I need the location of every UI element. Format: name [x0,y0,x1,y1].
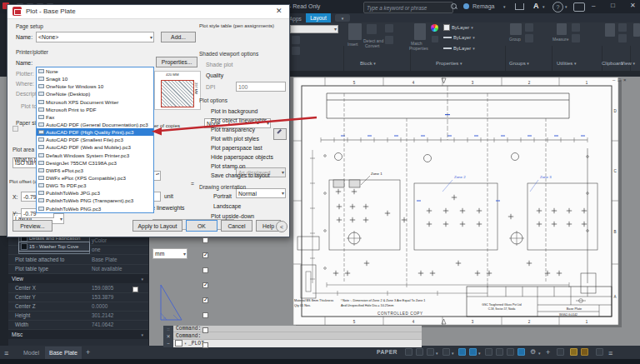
osnap-icon[interactable] [458,348,466,356]
palette-title-strip[interactable] [0,236,8,346]
annotation-visibility-icon[interactable] [518,348,525,356]
customize-wrench-icon[interactable]: ~ [167,341,170,347]
printer-option[interactable]: Snagit 10 [37,75,153,82]
transparency-icon[interactable] [496,348,503,356]
palette-row-plot-table-type[interactable]: Plot table type Not available [8,264,148,274]
tree-item-child[interactable]: 15 - Washer Top Cove [19,242,89,251]
drawing-sheet[interactable]: 5 4 3 2 1 5 4 3 2 1 D C B A [288,75,640,346]
measure-icon[interactable] [557,23,567,35]
color-bylayer-combo[interactable]: ByLayer▾ [443,24,473,31]
grip-icon[interactable]: :: [167,327,169,332]
user-avatar-icon[interactable] [463,3,469,9]
ortho-mode-icon[interactable] [416,348,423,356]
panel-groups-label[interactable]: Groups ▾ [509,61,529,66]
chat-icon[interactable] [573,2,585,12]
plot-object-lineweights-checkbox[interactable] [202,252,208,258]
autodesk-caret-icon[interactable]: ▾ [542,4,545,9]
panel-properties-label[interactable]: Properties ▾ [436,61,462,66]
cut-icon[interactable] [618,34,627,42]
ok-button[interactable]: OK [186,220,218,232]
paste-icon[interactable] [605,23,615,37]
collapse-icon[interactable]: ▾ [141,277,143,282]
isodraft-icon[interactable] [442,348,450,356]
printer-option[interactable]: OneNote (Desktop) [37,90,153,97]
collapse-icon[interactable]: ▾ [141,332,143,337]
color-wheel-icon[interactable] [431,24,438,32]
scale-units-combo[interactable]: mm [152,248,188,259]
lineweight-bylayer-combo[interactable]: ByLayer▾ [443,35,475,40]
plot-to-file-checkbox[interactable] [12,126,18,132]
dialog-close-icon[interactable]: ✕ [276,7,282,15]
cancel-button[interactable]: Cancel [221,220,252,232]
palette-row-width[interactable]: Width741.0642 [8,320,148,330]
plot-stamp-on-checkbox[interactable] [202,327,208,333]
printer-option[interactable]: DWFx ePlot (XPS Compatible).pc3 [37,174,153,182]
layer-icon[interactable] [292,47,300,55]
apply-to-layout-button[interactable]: Apply to Layout [132,220,182,232]
plot-with-plot-styles-checkbox[interactable] [202,282,208,288]
tab-layout[interactable]: Layout [306,13,331,22]
insert-block-icon[interactable] [348,23,362,40]
printer-option[interactable]: Microsoft XPS Document Writer [37,98,153,106]
plot-in-background-checkbox[interactable] [202,237,208,243]
copy-icon[interactable] [618,23,627,32]
detect-convert-icon[interactable] [367,24,377,34]
help-icon[interactable]: ? [552,2,563,12]
less-options-button[interactable]: < [276,221,288,232]
clean-screen-icon[interactable] [596,348,603,356]
quick-calc-icon[interactable] [572,34,580,42]
snap-mode-icon[interactable] [405,348,412,356]
tab-model[interactable]: Model [23,350,39,356]
isodraft-caret-icon[interactable]: ▾ [452,351,454,356]
printer-option[interactable]: Fax [37,113,153,121]
polar-caret-icon[interactable]: ▾ [436,351,438,356]
scale-lineweights-checkbox[interactable] [132,287,138,292]
close-command-icon[interactable]: ✕ [166,334,170,340]
quick-select-icon[interactable] [572,23,580,32]
annotation-scale-add-icon[interactable]: + [546,348,550,357]
palette-section-view[interactable]: View ▾ [8,274,148,283]
ungroup-icon[interactable] [525,23,533,32]
match-properties-icon[interactable] [414,23,426,40]
panel-utilities-label[interactable]: Utilities ▾ [557,61,577,66]
customize-status-icon[interactable]: ≡ [608,349,612,357]
cart-icon[interactable] [515,3,524,10]
printer-option[interactable]: AutoCAD PDF (General Documentation).pc3 [37,121,153,128]
printer-option[interactable]: DWG To PDF.pc3 [37,182,153,189]
printer-option[interactable]: OneNote for Windows 10 [37,82,153,90]
lineweight-display-icon[interactable] [485,348,492,356]
layer-icon[interactable] [292,36,300,44]
printer-option[interactable]: PublishToWeb JPG.pc3 [37,189,153,197]
printer-option[interactable]: Microsoft Print to PDF [37,106,153,113]
block-tool-icon[interactable] [385,24,393,32]
group-edit-icon[interactable] [525,34,533,42]
paper-space-toggle[interactable]: PAPER [377,349,398,355]
hide-paperspace-objects-checkbox[interactable] [202,312,208,318]
units-icon[interactable] [570,348,578,356]
triangle-object[interactable] [157,282,187,323]
dialog-titlebar[interactable]: Plot - Base Plate ✕ [8,5,289,19]
tab-overflow[interactable]: ▾ [335,14,350,22]
printer-option[interactable]: DesignJet 755CM C3198A.pc3 [37,159,153,167]
viewport-window-controls[interactable]: –□× [612,77,628,82]
tab-apps[interactable]: Apps [289,16,302,22]
layout-menu-icon[interactable]: ≡ [4,349,8,357]
osnap-caret-icon[interactable]: ▾ [478,351,481,356]
quick-properties-icon[interactable] [581,348,588,356]
printer-option[interactable]: PublishToWeb PNG (Transparent).pc3 [37,197,153,204]
panel-block-label[interactable]: Block ▾ [360,61,376,66]
printer-option[interactable]: AutoCAD PDF (Smallest File).pc3 [37,136,153,143]
printer-option[interactable]: DWF6 ePlot.pc3 [37,167,153,174]
customization-gear-icon[interactable]: ⚙ [530,348,536,356]
palette-section-misc[interactable]: Misc ▾ [8,330,148,339]
save-changes-to-layout-checkbox[interactable] [202,342,208,348]
user-name[interactable]: Remaga [472,3,494,9]
selection-cycling-icon[interactable] [507,348,514,356]
view-tool-icon[interactable] [633,23,640,37]
printer-option-highlighted[interactable]: AutoCAD PDF (High Quality Print).pc3 [37,128,153,136]
layer-combo[interactable] [290,25,338,33]
help-caret-icon[interactable]: ▾ [565,4,568,9]
printer-option[interactable]: None [37,67,153,75]
properties-tool-icon[interactable] [432,36,438,42]
group-icon[interactable] [510,23,522,35]
